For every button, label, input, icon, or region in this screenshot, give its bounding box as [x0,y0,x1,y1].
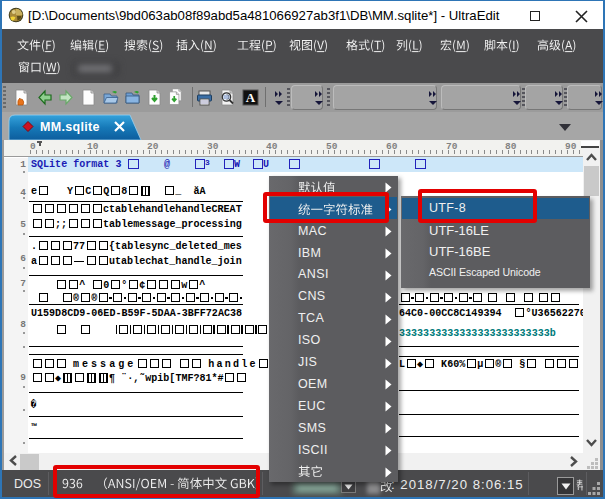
svg-text:A: A [246,90,256,105]
